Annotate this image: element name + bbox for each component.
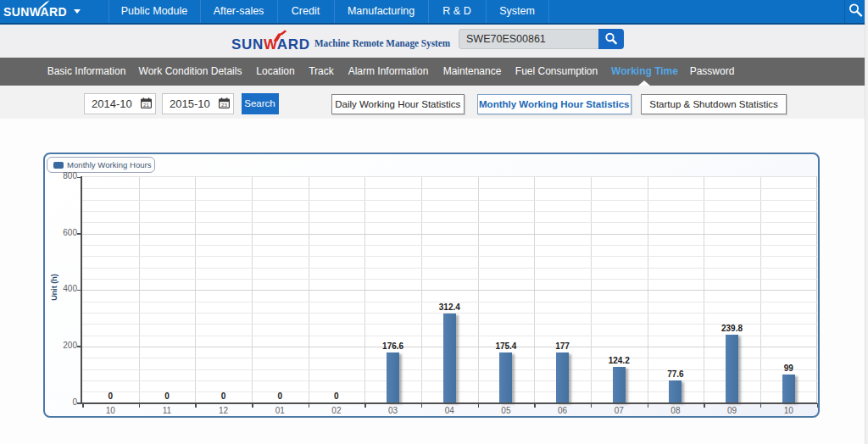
svg-text:21: 21 xyxy=(143,102,149,108)
svg-text:23: 23 xyxy=(221,102,227,108)
